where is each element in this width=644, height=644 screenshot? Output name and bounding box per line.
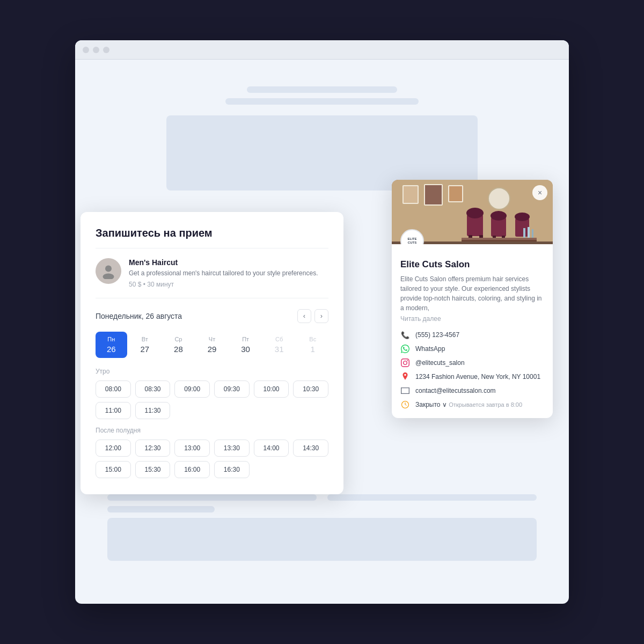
time-slot-1130[interactable]: 11:30 bbox=[135, 402, 171, 419]
whatsapp-label: WhatsApp bbox=[415, 345, 445, 353]
day-item-fri[interactable]: Пт 30 bbox=[230, 332, 261, 358]
next-week-button[interactable]: › bbox=[314, 309, 328, 323]
time-slot-1330[interactable]: 13:30 bbox=[214, 440, 250, 457]
svg-point-0 bbox=[105, 266, 112, 272]
day-item-tue[interactable]: Вт 27 bbox=[129, 332, 161, 358]
svg-point-9 bbox=[488, 188, 510, 209]
prev-week-button[interactable]: ‹ bbox=[297, 309, 311, 323]
service-row: Men's Haircut Get a professional men's h… bbox=[96, 258, 328, 298]
morning-label: Утро bbox=[96, 368, 328, 375]
time-slot-0900[interactable]: 09:00 bbox=[174, 380, 210, 398]
info-modal: × bbox=[392, 180, 553, 418]
time-slot-1030[interactable]: 10:30 bbox=[293, 380, 328, 398]
booking-modal: Запишитесь на прием Men's Haircut Get a … bbox=[80, 212, 343, 494]
day-item-sat: Сб 31 bbox=[264, 332, 295, 358]
time-slot-1400[interactable]: 14:00 bbox=[254, 440, 289, 457]
time-slot-1230[interactable]: 12:30 bbox=[135, 440, 171, 457]
info-body: Elite Cuts Salon Elite Cuts Salon offers… bbox=[392, 244, 553, 418]
day-item-wed[interactable]: Ср 28 bbox=[163, 332, 194, 358]
svg-point-11 bbox=[466, 208, 484, 218]
time-slot-1100[interactable]: 11:00 bbox=[96, 402, 131, 419]
salon-name: Elite Cuts Salon bbox=[400, 259, 544, 270]
browser-dot-green bbox=[103, 47, 109, 53]
svg-rect-23 bbox=[528, 227, 530, 238]
service-meta: 50 $ • 30 минут bbox=[129, 281, 318, 288]
time-slot-1300[interactable]: 13:00 bbox=[174, 440, 210, 457]
svg-point-15 bbox=[491, 211, 507, 221]
phone-number: (555) 123-4567 bbox=[415, 331, 459, 339]
contact-list: 📞 (555) 123-4567 WhatsApp bbox=[400, 330, 544, 409]
svg-rect-8 bbox=[449, 186, 462, 201]
skeleton-image-bottom bbox=[107, 518, 537, 561]
contact-email[interactable]: contact@elitecutssalon.com bbox=[400, 386, 544, 396]
date-label: Понедельник, 26 августа bbox=[96, 312, 182, 320]
svg-rect-22 bbox=[523, 228, 525, 238]
read-more-link[interactable]: Читать далее bbox=[400, 315, 544, 323]
contact-address: 1234 Fashion Avenue, New York, NY 10001 bbox=[400, 372, 544, 382]
booking-title: Запишитесь на прием bbox=[96, 227, 328, 248]
hours-text: Закрыто ∨ Открывается завтра в 8:00 bbox=[415, 401, 522, 408]
browser-dot-yellow bbox=[93, 47, 99, 53]
time-slot-0830[interactable]: 08:30 bbox=[135, 380, 171, 398]
service-name: Men's Haircut bbox=[129, 258, 318, 267]
afternoon-label: После полудня bbox=[96, 427, 328, 434]
skeleton-row-3 bbox=[107, 506, 215, 513]
svg-point-19 bbox=[515, 213, 530, 221]
close-button[interactable]: × bbox=[532, 185, 547, 200]
svg-rect-4 bbox=[404, 186, 418, 203]
time-slot-1600[interactable]: 16:00 bbox=[174, 461, 210, 478]
service-desc: Get a professional men's haircut tailore… bbox=[129, 269, 318, 278]
svg-rect-6 bbox=[425, 185, 442, 204]
time-slot-0930[interactable]: 09:30 bbox=[214, 380, 250, 398]
clock-icon bbox=[400, 400, 410, 409]
contact-instagram[interactable]: @elitecuts_salon bbox=[400, 358, 544, 368]
email-address: contact@elitecutssalon.com bbox=[415, 387, 496, 394]
day-item-thu[interactable]: Чт 29 bbox=[196, 332, 228, 358]
contact-whatsapp[interactable]: WhatsApp bbox=[400, 344, 544, 354]
skeleton-col-2 bbox=[327, 494, 537, 501]
salon-banner: ELITECUTS bbox=[392, 180, 553, 244]
phone-icon: 📞 bbox=[400, 330, 410, 340]
contact-phone: 📞 (555) 123-4567 bbox=[400, 330, 544, 340]
time-slot-1530[interactable]: 15:30 bbox=[135, 461, 171, 478]
modals-container: Запишитесь на прием Men's Haircut Get a … bbox=[75, 72, 569, 604]
time-slot-1000[interactable]: 10:00 bbox=[254, 380, 289, 398]
browser-dot-red bbox=[83, 47, 89, 53]
location-icon bbox=[400, 372, 410, 382]
nav-arrows: ‹ › bbox=[297, 309, 328, 323]
time-slot-1500[interactable]: 15:00 bbox=[96, 461, 131, 478]
svg-rect-18 bbox=[515, 218, 529, 237]
afternoon-time-grid: 12:00 12:30 13:00 13:30 14:00 14:30 15:0… bbox=[96, 440, 328, 478]
date-navigation: Понедельник, 26 августа ‹ › bbox=[96, 309, 328, 323]
day-selector: Пн 26 Вт 27 Ср 28 Чт 29 Пт 30 bbox=[96, 332, 328, 358]
whatsapp-icon bbox=[400, 344, 410, 354]
salon-description: Elite Cuts Salon offers premium hair ser… bbox=[400, 274, 544, 313]
email-icon bbox=[400, 386, 410, 396]
time-slot-1430[interactable]: 14:30 bbox=[293, 440, 328, 457]
contact-hours: Закрыто ∨ Открывается завтра в 8:00 bbox=[400, 400, 544, 409]
service-info: Men's Haircut Get a professional men's h… bbox=[129, 258, 318, 288]
service-avatar bbox=[96, 258, 121, 284]
instagram-handle: @elitecuts_salon bbox=[415, 359, 465, 367]
time-slot-1200[interactable]: 12:00 bbox=[96, 440, 131, 457]
time-slot-0800[interactable]: 08:00 bbox=[96, 380, 131, 398]
browser-titlebar bbox=[75, 40, 569, 60]
svg-rect-24 bbox=[532, 229, 533, 238]
address: 1234 Fashion Avenue, New York, NY 10001 bbox=[415, 373, 540, 380]
time-slot-1630[interactable]: 16:30 bbox=[214, 461, 250, 478]
morning-time-grid: 08:00 08:30 09:00 09:30 10:00 10:30 11:0… bbox=[96, 380, 328, 419]
day-item-sun: Вс 1 bbox=[297, 332, 328, 358]
skeleton-col-1 bbox=[107, 494, 317, 501]
instagram-icon bbox=[400, 358, 410, 368]
svg-point-1 bbox=[103, 274, 114, 280]
day-item-mon[interactable]: Пн 26 bbox=[96, 332, 127, 358]
